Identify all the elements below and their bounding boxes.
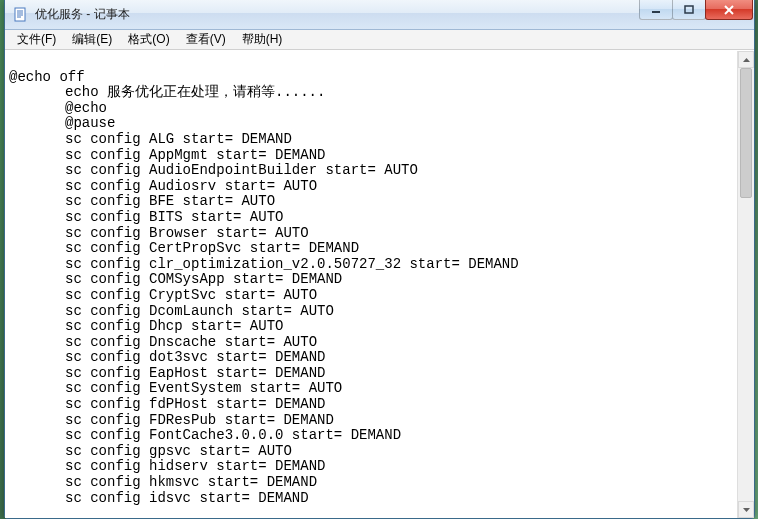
menu-edit[interactable]: 编辑(E) <box>64 30 120 49</box>
text-line: sc config EventSystem start= AUTO <box>9 381 750 397</box>
scroll-up-button[interactable] <box>738 51 754 68</box>
text-line: sc config Audiosrv start= AUTO <box>9 179 750 195</box>
text-line: sc config fdPHost start= DEMAND <box>9 397 750 413</box>
vertical-scrollbar[interactable] <box>737 51 754 518</box>
maximize-button[interactable] <box>672 0 706 20</box>
svg-marker-9 <box>743 58 750 62</box>
text-line: sc config hidserv start= DEMAND <box>9 459 750 475</box>
text-line: sc config DcomLaunch start= AUTO <box>9 304 750 320</box>
window-controls <box>640 0 753 29</box>
text-line: sc config FontCache3.0.0.0 start= DEMAND <box>9 428 750 444</box>
text-line: @pause <box>9 116 750 132</box>
close-button[interactable] <box>705 0 753 20</box>
text-line: sc config EapHost start= DEMAND <box>9 366 750 382</box>
svg-marker-10 <box>743 508 750 512</box>
menu-file[interactable]: 文件(F) <box>9 30 64 49</box>
svg-rect-5 <box>652 11 660 13</box>
titlebar[interactable]: 优化服务 - 记事本 <box>5 0 754 30</box>
text-line: sc config AppMgmt start= DEMAND <box>9 148 750 164</box>
notepad-window: 优化服务 - 记事本 文件(F) 编辑(E) 格式(O) 查看(V) 帮助(H)… <box>4 0 755 519</box>
text-line: sc config clr_optimization_v2.0.50727_32… <box>9 257 750 273</box>
text-line: sc config CryptSvc start= AUTO <box>9 288 750 304</box>
minimize-button[interactable] <box>639 0 673 20</box>
text-line: sc config dot3svc start= DEMAND <box>9 350 750 366</box>
menu-format[interactable]: 格式(O) <box>120 30 177 49</box>
text-line: sc config CertPropSvc start= DEMAND <box>9 241 750 257</box>
scroll-down-button[interactable] <box>738 501 754 518</box>
text-line: sc config gpsvc start= AUTO <box>9 444 750 460</box>
text-line: sc config FDResPub start= DEMAND <box>9 413 750 429</box>
text-line: sc config Dnscache start= AUTO <box>9 335 750 351</box>
window-title: 优化服务 - 记事本 <box>35 6 640 23</box>
scroll-track[interactable] <box>738 68 754 501</box>
text-line: sc config Dhcp start= AUTO <box>9 319 750 335</box>
app-icon <box>13 7 29 23</box>
chevron-up-icon <box>743 58 750 62</box>
text-line: sc config hkmsvc start= DEMAND <box>9 475 750 491</box>
minimize-icon <box>651 5 661 15</box>
text-line: sc config idsvc start= DEMAND <box>9 491 750 507</box>
close-icon <box>723 5 735 15</box>
menu-help[interactable]: 帮助(H) <box>234 30 291 49</box>
maximize-icon <box>684 5 694 15</box>
text-line: sc config COMSysApp start= DEMAND <box>9 272 750 288</box>
text-content[interactable]: @echo offecho 服务优化正在处理，请稍等......@echo@pa… <box>5 51 754 518</box>
text-line: sc config BFE start= AUTO <box>9 194 750 210</box>
editor-area: @echo offecho 服务优化正在处理，请稍等......@echo@pa… <box>5 50 754 518</box>
text-line: echo 服务优化正在处理，请稍等...... <box>9 85 750 101</box>
scroll-thumb[interactable] <box>740 68 752 198</box>
menubar: 文件(F) 编辑(E) 格式(O) 查看(V) 帮助(H) <box>5 30 754 50</box>
text-line: @echo <box>9 101 750 117</box>
menu-view[interactable]: 查看(V) <box>178 30 234 49</box>
text-line: sc config BITS start= AUTO <box>9 210 750 226</box>
svg-rect-6 <box>685 6 693 13</box>
text-line: sc config AudioEndpointBuilder start= AU… <box>9 163 750 179</box>
text-line: sc config Browser start= AUTO <box>9 226 750 242</box>
text-line: @echo off <box>9 70 750 86</box>
chevron-down-icon <box>743 508 750 512</box>
text-line: sc config ALG start= DEMAND <box>9 132 750 148</box>
